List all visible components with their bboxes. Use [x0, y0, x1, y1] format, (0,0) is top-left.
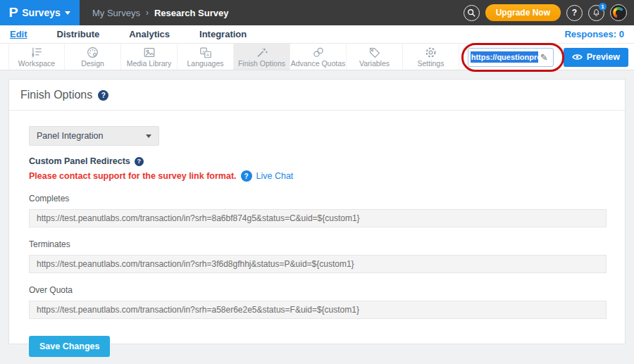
toolbar-right: https://questionpro.com/t/A ✎ Preview — [468, 44, 628, 70]
responses-count[interactable]: Responses: 0 — [564, 29, 624, 39]
search-button[interactable] — [464, 5, 480, 21]
over-quota-url-input[interactable]: https://test.peanutlabs.com/transaction/… — [29, 301, 607, 319]
survey-url-selected-text: https://questionpro.com/t/A — [471, 51, 538, 63]
nav-tab-distribute[interactable]: Distribute — [57, 29, 100, 39]
over-quota-field-group: Over Quota https://test.peanutlabs.com/t… — [29, 285, 605, 319]
custom-panel-help-icon[interactable]: ? — [135, 157, 144, 166]
tool-label: Media Library — [127, 59, 172, 68]
completes-url-input[interactable]: https://test.peanutlabs.com/transaction/… — [29, 209, 607, 227]
tool-label: Settings — [418, 59, 445, 68]
nav-tab-integration[interactable]: Integration — [199, 29, 247, 39]
upgrade-now-button[interactable]: Upgrade Now — [485, 4, 561, 21]
tool-label: Finish Options — [238, 59, 285, 68]
magic-wand-icon — [255, 46, 269, 58]
finish-options-card: Finish Options ? Panel Integration Custo… — [8, 79, 626, 344]
product-menu[interactable]: P Surveys — [0, 0, 80, 25]
help-button[interactable]: ? — [566, 5, 583, 21]
custom-panel-redirects-row: Custom Panel Redirects ? — [29, 156, 605, 166]
tool-label: Design — [81, 59, 104, 68]
tool-variables[interactable]: Variables — [347, 44, 403, 70]
terminates-label: Terminates — [29, 239, 605, 249]
tool-design[interactable]: Design — [65, 44, 121, 70]
notifications-button[interactable]: 1 — [588, 5, 604, 21]
tool-label: Workspace — [18, 59, 55, 68]
svg-text:A: A — [206, 52, 209, 56]
card-body: Panel Integration Custom Panel Redirects… — [9, 111, 625, 357]
breadcrumb-separator: › — [146, 8, 149, 18]
page-title: Finish Options — [20, 89, 92, 101]
tool-label: Variables — [359, 59, 390, 68]
preview-button[interactable]: Preview — [564, 48, 628, 67]
completes-field-group: Completes https://test.peanutlabs.com/tr… — [29, 194, 605, 227]
tool-media-library[interactable]: Media Library — [121, 44, 178, 70]
breadcrumb: My Surveys › Research Survey — [92, 8, 228, 18]
edit-toolbar: Workspace Design Media Library — [0, 44, 634, 70]
header-actions: Upgrade Now ? 1 — [464, 4, 634, 21]
survey-url-wrap: https://questionpro.com/t/A ✎ — [468, 48, 554, 67]
card-header: Finish Options ? — [9, 80, 625, 111]
tool-languages[interactable]: x A Languages — [178, 44, 234, 70]
support-note-row: Please contact support for the survey li… — [29, 170, 605, 182]
live-chat-link[interactable]: Live Chat — [256, 171, 294, 181]
tool-settings[interactable]: Settings — [403, 44, 459, 70]
svg-text:x: x — [202, 49, 204, 53]
over-quota-label: Over Quota — [29, 285, 605, 295]
save-changes-button[interactable]: Save Changes — [29, 336, 110, 357]
gear-icon — [424, 46, 437, 58]
tool-finish-options[interactable]: Finish Options — [234, 44, 290, 70]
nav-tab-edit[interactable]: Edit — [10, 29, 27, 39]
tool-label: Languages — [187, 59, 224, 68]
palette-icon — [86, 46, 99, 58]
preview-label: Preview — [587, 52, 620, 62]
tool-advance-quotas[interactable]: Advance Quotas — [290, 44, 347, 70]
tool-workspace[interactable]: Workspace — [8, 44, 65, 70]
workspace-icon — [30, 46, 44, 58]
content-area: Finish Options ? Panel Integration Custo… — [0, 70, 634, 353]
translate-icon: x A — [199, 46, 213, 58]
finish-options-help-icon[interactable]: ? — [98, 90, 108, 101]
chevron-down-icon — [146, 134, 151, 138]
notification-badge: 1 — [599, 3, 607, 11]
breadcrumb-survey-name: Research Survey — [154, 8, 229, 18]
completes-label: Completes — [29, 194, 605, 203]
terminates-field-group: Terminates https://test.peanutlabs.com/t… — [29, 239, 605, 273]
top-header: P Surveys My Surveys › Research Survey U… — [0, 0, 634, 25]
question-mark-icon: ? — [572, 8, 577, 18]
nav-tab-analytics[interactable]: Analytics — [129, 29, 170, 39]
avatar[interactable] — [610, 4, 627, 21]
questionpro-logo: P — [9, 6, 18, 20]
terminates-url-input[interactable]: https://test.peanutlabs.com/transaction/… — [29, 255, 607, 273]
tool-label: Advance Quotas — [291, 59, 346, 68]
breadcrumb-my-surveys[interactable]: My Surveys — [92, 8, 140, 18]
chevron-down-icon — [65, 11, 70, 15]
product-label: Surveys — [22, 7, 60, 18]
survey-nav: Edit Distribute Analytics Integration Re… — [0, 25, 634, 44]
live-chat-icon[interactable]: ? — [241, 170, 252, 182]
image-icon — [142, 46, 156, 58]
questionpro-app: P Surveys My Surveys › Research Survey U… — [0, 0, 634, 364]
survey-url-input[interactable]: https://questionpro.com/t/A ✎ — [468, 48, 554, 67]
panel-select-value: Panel Integration — [37, 131, 104, 141]
edit-url-pencil-icon[interactable]: ✎ — [540, 52, 548, 63]
chain-link-icon — [311, 46, 325, 58]
eye-icon — [572, 54, 583, 61]
tag-icon — [368, 46, 381, 58]
search-icon — [467, 8, 476, 17]
section-title: Custom Panel Redirects — [29, 156, 130, 166]
panel-integration-select[interactable]: Panel Integration — [29, 126, 159, 146]
support-note: Please contact support for the survey li… — [29, 171, 237, 181]
